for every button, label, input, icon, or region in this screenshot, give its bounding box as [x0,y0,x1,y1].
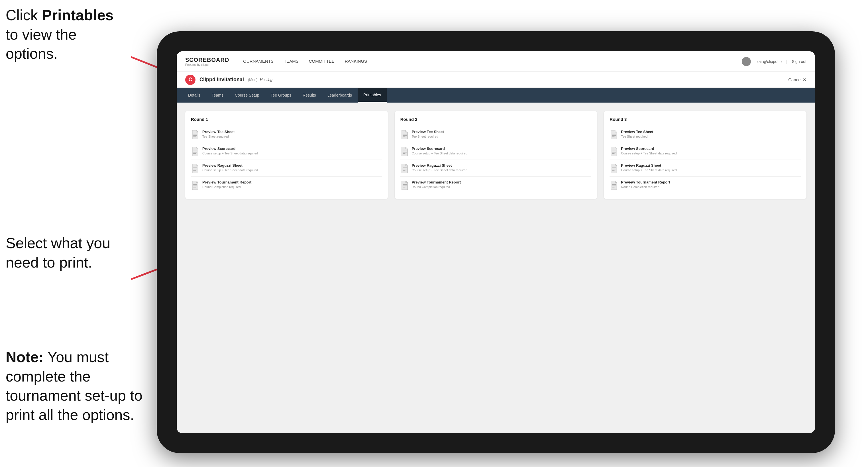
round-title-2: Round 2 [400,117,592,122]
annotation-note: Note: You must complete the tournament s… [6,348,148,425]
print-info-r2-3: Preview Raguzzi SheetCourse setup + Tee … [412,163,592,172]
annotation-click-text: Click [6,7,42,23]
print-label-r1-1: Preview Tee Sheet [202,130,382,134]
print-info-r1-2: Preview ScorecardCourse setup + Tee Shee… [202,147,382,155]
print-sublabel-r3-1: Tee Sheet required [621,135,801,138]
print-label-r3-4: Preview Tournament Report [621,180,801,184]
print-item-r2-3[interactable]: Preview Raguzzi SheetCourse setup + Tee … [400,160,592,177]
document-icon [610,164,618,173]
print-info-r2-2: Preview ScorecardCourse setup + Tee Shee… [412,147,592,155]
document-icon [400,147,408,156]
top-nav-links: TOURNAMENTS TEAMS COMMITTEE RANKINGS [241,59,742,64]
annotation-printables-bold: Printables [42,7,114,23]
annotation-middle: Select what you need to print. [6,234,128,272]
nav-committee[interactable]: COMMITTEE [309,59,335,64]
tab-teams[interactable]: Teams [206,88,229,102]
round-section-2: Round 2 Preview Tee SheetTee Sheet requi… [395,111,597,199]
user-email: blair@clippd.io [755,59,782,64]
tab-printables[interactable]: Printables [358,88,387,102]
print-info-r3-1: Preview Tee SheetTee Sheet required [621,130,801,138]
print-item-r3-2[interactable]: Preview ScorecardCourse setup + Tee Shee… [610,143,801,160]
tournament-badge: (Men) [248,77,258,82]
print-item-r1-2[interactable]: Preview ScorecardCourse setup + Tee Shee… [191,143,382,160]
print-info-r2-4: Preview Tournament ReportRound Completio… [412,180,592,189]
top-nav-right: blair@clippd.io | Sign out [742,57,806,66]
print-info-r3-3: Preview Raguzzi SheetCourse setup + Tee … [621,163,801,172]
print-info-r3-2: Preview ScorecardCourse setup + Tee Shee… [621,147,801,155]
tab-results[interactable]: Results [297,88,322,102]
print-label-r2-3: Preview Raguzzi Sheet [412,163,592,167]
tournament-bar: C Clippd Invitational (Men) Hosting Canc… [177,72,815,88]
document-icon [191,130,199,139]
print-label-r1-4: Preview Tournament Report [202,180,382,184]
document-icon [191,147,199,156]
logo-subtitle: Powered by clippd [185,63,229,66]
print-sublabel-r2-2: Course setup + Tee Sheet data required [412,152,592,155]
document-icon [400,181,408,190]
print-sublabel-r2-4: Round Completion required [412,185,592,189]
tab-course-setup[interactable]: Course Setup [229,88,265,102]
tournament-hosting: Hosting [260,77,272,82]
print-sublabel-r1-4: Round Completion required [202,185,382,189]
document-icon [610,181,618,190]
rounds-grid: Round 1 Preview Tee SheetTee Sheet requi… [185,111,806,199]
print-sublabel-r3-3: Course setup + Tee Sheet data required [621,168,801,172]
tab-leaderboards[interactable]: Leaderboards [322,88,358,102]
print-info-r3-4: Preview Tournament ReportRound Completio… [621,180,801,189]
tournament-logo-letter: C [189,76,192,83]
sign-out-link[interactable]: Sign out [792,59,806,64]
round-title-1: Round 1 [191,117,382,122]
print-label-r3-1: Preview Tee Sheet [621,130,801,134]
annotation-select-text: Select what you need to print. [6,235,110,271]
print-sublabel-r1-1: Tee Sheet required [202,135,382,138]
tab-tee-groups[interactable]: Tee Groups [265,88,297,102]
tournament-logo: C [185,75,195,85]
document-icon [610,147,618,156]
print-label-r3-2: Preview Scorecard [621,147,801,151]
logo-title: SCOREBOARD [185,57,229,63]
print-sublabel-r1-3: Course setup + Tee Sheet data required [202,168,382,172]
print-label-r1-3: Preview Raguzzi Sheet [202,163,382,167]
nav-tournaments[interactable]: TOURNAMENTS [241,59,274,64]
tab-details[interactable]: Details [182,88,206,102]
print-label-r2-1: Preview Tee Sheet [412,130,592,134]
print-label-r2-2: Preview Scorecard [412,147,592,151]
nav-teams[interactable]: TEAMS [284,59,299,64]
nav-rankings[interactable]: RANKINGS [345,59,367,64]
print-sublabel-r3-2: Course setup + Tee Sheet data required [621,152,801,155]
print-item-r3-4[interactable]: Preview Tournament ReportRound Completio… [610,177,801,193]
document-icon [610,130,618,139]
print-sublabel-r3-4: Round Completion required [621,185,801,189]
document-icon [400,164,408,173]
print-info-r1-1: Preview Tee SheetTee Sheet required [202,130,382,138]
document-icon [191,181,199,190]
annotation-note-bold: Note: [6,349,43,365]
document-icon [400,130,408,139]
print-item-r2-2[interactable]: Preview ScorecardCourse setup + Tee Shee… [400,143,592,160]
print-sublabel-r2-1: Tee Sheet required [412,135,592,138]
print-item-r3-3[interactable]: Preview Raguzzi SheetCourse setup + Tee … [610,160,801,177]
print-item-r1-4[interactable]: Preview Tournament ReportRound Completio… [191,177,382,193]
main-content: Round 1 Preview Tee SheetTee Sheet requi… [177,102,815,433]
print-sublabel-r1-2: Course setup + Tee Sheet data required [202,152,382,155]
round-section-3: Round 3 Preview Tee SheetTee Sheet requi… [604,111,806,199]
user-avatar [742,57,751,66]
sub-nav: Details Teams Course Setup Tee Groups Re… [177,88,815,102]
print-info-r2-1: Preview Tee SheetTee Sheet required [412,130,592,138]
cancel-button[interactable]: Cancel ✕ [788,77,806,82]
print-item-r1-3[interactable]: Preview Raguzzi SheetCourse setup + Tee … [191,160,382,177]
annotation-click-text2: to view the options. [6,26,76,62]
print-item-r3-1[interactable]: Preview Tee SheetTee Sheet required [610,126,801,143]
print-label-r3-3: Preview Raguzzi Sheet [621,163,801,167]
print-sublabel-r2-3: Course setup + Tee Sheet data required [412,168,592,172]
print-item-r2-1[interactable]: Preview Tee SheetTee Sheet required [400,126,592,143]
round-section-1: Round 1 Preview Tee SheetTee Sheet requi… [185,111,388,199]
print-item-r1-1[interactable]: Preview Tee SheetTee Sheet required [191,126,382,143]
print-info-r1-4: Preview Tournament ReportRound Completio… [202,180,382,189]
print-info-r1-3: Preview Raguzzi SheetCourse setup + Tee … [202,163,382,172]
tournament-name: Clippd Invitational [199,76,244,83]
scoreboard-logo: SCOREBOARD Powered by clippd [185,57,229,66]
round-title-3: Round 3 [610,117,801,122]
print-item-r2-4[interactable]: Preview Tournament ReportRound Completio… [400,177,592,193]
top-nav: SCOREBOARD Powered by clippd TOURNAMENTS… [177,51,815,72]
